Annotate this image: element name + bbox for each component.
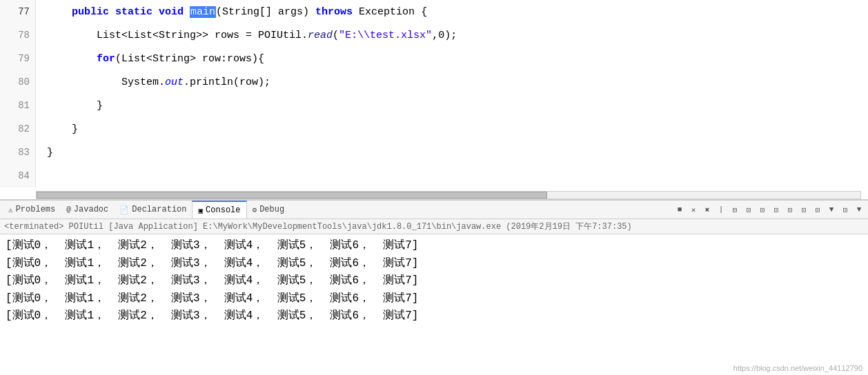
console-output-line: [测试0， 测试1， 测试2， 测试3， 测试4， 测试5， 测试6， 测试7] [6,255,862,273]
line-content: public static void main(String[] args) t… [36,1,427,24]
code-line: 77 public static void main(String[] args… [0,0,868,23]
console-tab-icon: ▣ [198,206,203,215]
horizontal-scrollbar[interactable] [36,191,861,199]
line-content: List<List<String>> rows = POIUtil.read("… [36,24,457,48]
toolbar-btn-6[interactable]: ⊡ [756,203,769,216]
declaration-tab-label: Declaration [132,205,186,214]
toolbar-btn-3[interactable]: | [715,203,727,216]
toolbar-btn-7[interactable]: ⊡ [770,203,782,216]
tab-console[interactable]: ▣Console [192,201,246,219]
toolbar-btn-9[interactable]: ⊡ [798,203,810,216]
console-output-line: [测试0， 测试1， 测试2， 测试3， 测试4， 测试5， 测试6， 测试7] [6,237,862,255]
console-status-bar: <terminated> POIUtil [Java Application] … [0,219,868,234]
tab-problems[interactable]: ⚠Problems [3,201,61,219]
code-line: 82 } [0,117,868,141]
code-line: 78 List<List<String>> rows = POIUtil.rea… [0,23,868,47]
scrollbar-thumb[interactable] [37,192,547,199]
console-output-line: [测试0， 测试1， 测试2， 测试3， 测试4， 测试5， 测试6， 测试7] [6,307,862,325]
javadoc-tab-icon: @ [66,205,71,214]
toolbar-btn-4[interactable]: ⊟ [729,203,741,216]
toolbar-btn-2[interactable]: ✖ [701,203,713,216]
javadoc-tab-label: Javadoc [74,205,108,214]
line-number: 82 [0,117,36,141]
toolbar-btn-8[interactable]: ⊡ [784,203,796,216]
line-content: } [36,141,53,165]
terminated-status: <terminated> POIUtil [Java Application] … [4,221,632,232]
line-number: 79 [0,47,36,70]
line-number: 77 [0,0,36,23]
problems-tab-icon: ⚠ [8,205,13,214]
debug-tab-icon: ⚙ [253,205,257,214]
line-content: } [36,118,78,141]
console-output-line: [测试0， 测试1， 测试2， 测试3， 测试4， 测试5， 测试6， 测试7] [6,290,862,308]
toolbar-btn-11[interactable]: ▼ [825,203,838,216]
line-content: for(List<String> row:rows){ [36,48,264,71]
line-content: } [36,94,103,118]
console-output-line: [测试0， 测试1， 测试2， 测试3， 测试4， 测试5， 测试6， 测试7] [6,272,862,290]
toolbar-btn-10[interactable]: ⊡ [811,203,824,216]
line-number: 78 [0,23,36,47]
tab-bar: ⚠Problems@Javadoc📄Declaration▣Console⚙De… [0,200,868,219]
code-editor: 77 public static void main(String[] args… [0,0,868,200]
line-content: System.out.println(row); [36,71,270,94]
tab-declaration[interactable]: 📄Declaration [114,201,192,219]
line-number: 84 [0,164,36,188]
debug-tab-label: Debug [259,205,284,214]
code-line: 80 System.out.println(row); [0,70,868,94]
tab-debug[interactable]: ⚙Debug [247,201,290,219]
line-number: 81 [0,94,36,117]
toolbar-buttons: ■✕✖|⊟⊡⊡⊡⊡⊡⊡▼⊡▼ [673,203,865,216]
toolbar-btn-0[interactable]: ■ [673,203,686,216]
code-line: 83} [0,141,868,164]
console-tab-label: Console [206,205,240,215]
watermark: https://blog.csdn.net/weixin_44112790 [733,364,862,372]
console-output[interactable]: [测试0， 测试1， 测试2， 测试3， 测试4， 测试5， 测试6， 测试7]… [0,234,868,375]
tab-javadoc[interactable]: @Javadoc [61,201,114,219]
problems-tab-label: Problems [16,205,56,214]
code-line: 84 [0,164,868,188]
toolbar-btn-13[interactable]: ▼ [853,203,865,216]
line-number: 80 [0,70,36,94]
code-lines: 77 public static void main(String[] args… [0,0,868,199]
line-number: 83 [0,141,36,164]
declaration-tab-icon: 📄 [119,205,129,214]
code-line: 81 } [0,94,868,117]
toolbar-btn-12[interactable]: ⊡ [839,203,851,216]
toolbar-btn-1[interactable]: ✕ [687,203,700,216]
toolbar-btn-5[interactable]: ⊡ [742,203,755,216]
code-line: 79 for(List<String> row:rows){ [0,47,868,70]
